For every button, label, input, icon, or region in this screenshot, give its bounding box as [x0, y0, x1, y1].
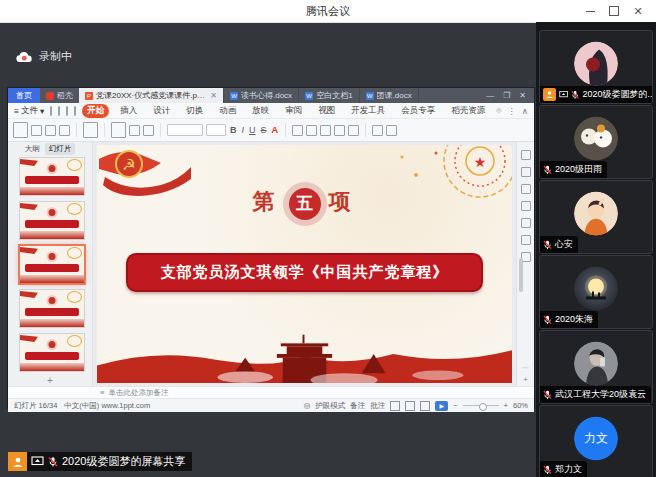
- current-slide[interactable]: ☭ ★ 第五项 支部党员汤文琪领学《中国共产党章程》: [97, 145, 512, 383]
- vertical-scrollbar[interactable]: [519, 258, 523, 292]
- slide-sorter-icon[interactable]: [405, 401, 415, 411]
- participant-name: 心安: [555, 238, 573, 251]
- slide-thumbnail[interactable]: [20, 202, 84, 239]
- menu-item-transition[interactable]: 切换: [181, 104, 208, 118]
- numbered-list-icon[interactable]: [306, 125, 317, 136]
- reading-view-icon[interactable]: [420, 401, 430, 411]
- avatar: [574, 266, 618, 310]
- minimize-button[interactable]: [578, 0, 602, 22]
- menu-item-devtools[interactable]: 开发工具: [346, 104, 390, 118]
- slide-thumbnail[interactable]: [20, 334, 84, 371]
- participant-tile[interactable]: 武汉工程大学20级袁云: [539, 330, 653, 404]
- redo-icon[interactable]: [74, 106, 76, 116]
- doc-file-icon: W: [230, 92, 238, 100]
- eye-protection-toggle[interactable]: 护眼模式: [315, 401, 345, 411]
- wps-docer-tab[interactable]: 稻壳: [40, 88, 79, 103]
- outline-tab[interactable]: 大纲: [25, 144, 40, 154]
- add-slide-button[interactable]: +: [8, 374, 92, 386]
- tab-close-icon[interactable]: ✕: [210, 91, 217, 100]
- menu-item-view[interactable]: 视图: [313, 104, 340, 118]
- menu-item-member[interactable]: 会员专享: [396, 104, 440, 118]
- comments-toggle[interactable]: 批注: [370, 401, 385, 411]
- menu-item-review[interactable]: 审阅: [280, 104, 307, 118]
- italic-button[interactable]: I: [241, 125, 246, 135]
- notes-icon: ≡: [100, 388, 104, 397]
- notes-toggle[interactable]: 备注: [350, 401, 365, 411]
- wps-side-tool-icon[interactable]: [521, 184, 531, 194]
- align-left-icon[interactable]: [320, 125, 331, 136]
- slide-thumbnail[interactable]: [20, 158, 84, 195]
- bold-button[interactable]: B: [229, 125, 238, 135]
- file-menu[interactable]: ≡ 文件 ▾: [14, 105, 44, 117]
- wps-side-tool-icon[interactable]: [521, 235, 531, 245]
- play-from-current-icon[interactable]: [83, 122, 98, 138]
- slides-tab[interactable]: 幻灯片: [45, 143, 76, 155]
- text-direction-icon[interactable]: [372, 125, 383, 136]
- line-spacing-icon[interactable]: [348, 125, 359, 136]
- strikethrough-button[interactable]: S: [260, 125, 268, 135]
- notes-bar[interactable]: ≡ 单击此处添加备注: [8, 386, 534, 398]
- collapse-ribbon-icon[interactable]: ∧: [522, 106, 528, 116]
- maximize-button[interactable]: [602, 0, 626, 22]
- slide-thumbnail-selected[interactable]: [20, 246, 84, 283]
- participant-tile[interactable]: 2020级娄圆梦的...: [539, 30, 653, 104]
- side-plus-icon[interactable]: +: [523, 375, 528, 384]
- bullet-list-icon[interactable]: [292, 125, 303, 136]
- wps-home-tab[interactable]: 首页: [8, 88, 40, 103]
- underline-button[interactable]: U: [248, 125, 257, 135]
- side-more-icon[interactable]: ⋯: [522, 364, 529, 372]
- wps-side-tool-icon[interactable]: [521, 201, 531, 211]
- wps-restore-button[interactable]: ❐: [503, 91, 510, 100]
- wps-side-tool-icon[interactable]: [521, 167, 531, 177]
- normal-view-icon[interactable]: [390, 401, 400, 411]
- paragraph-layout-icon[interactable]: [386, 125, 397, 136]
- zoom-slider[interactable]: [463, 405, 499, 406]
- wps-minimize-button[interactable]: —: [486, 91, 494, 100]
- more-options-icon[interactable]: ⋮: [507, 106, 516, 116]
- zoom-out-button[interactable]: −: [453, 401, 457, 410]
- participant-name: 武汉工程大学20级袁云: [555, 388, 646, 401]
- wps-side-tool-icon[interactable]: [521, 218, 531, 228]
- wps-document-tab[interactable]: W 读书心得.docx: [224, 88, 299, 103]
- slideshow-play-button[interactable]: ▶: [435, 401, 448, 411]
- font-color-button[interactable]: A: [271, 125, 280, 135]
- participant-tile[interactable]: 2020级田雨: [539, 105, 653, 179]
- menu-item-insert[interactable]: 插入: [115, 104, 142, 118]
- align-center-icon[interactable]: [334, 125, 345, 136]
- wps-document-tab[interactable]: W 空白文档1: [299, 88, 359, 103]
- participant-tile[interactable]: 2020朱海: [539, 255, 653, 329]
- menu-item-animation[interactable]: 动画: [214, 104, 241, 118]
- screen-share-banner[interactable]: 2020级娄圆梦的屏幕共享: [8, 452, 192, 471]
- notification-bell-icon[interactable]: ⌾: [496, 105, 501, 116]
- font-size-combo[interactable]: [206, 124, 226, 136]
- participant-name-bar: 2020级娄圆梦的...: [540, 86, 653, 103]
- menu-item-slideshow[interactable]: 放映: [247, 104, 274, 118]
- copy-icon[interactable]: [45, 125, 56, 136]
- participant-tile[interactable]: 心安: [539, 180, 653, 254]
- cut-icon[interactable]: [31, 125, 42, 136]
- section-icon[interactable]: [143, 125, 154, 136]
- zoom-slider-knob[interactable]: [479, 403, 487, 411]
- wps-side-tool-icon[interactable]: [521, 150, 531, 160]
- new-slide-icon[interactable]: [111, 122, 126, 138]
- eye-protection-icon: ◎: [304, 401, 311, 410]
- close-button[interactable]: ✕: [626, 0, 650, 22]
- paste-icon[interactable]: [13, 122, 28, 138]
- font-family-combo[interactable]: [167, 124, 203, 136]
- participant-tile[interactable]: 力文 郑力文: [539, 405, 653, 477]
- wps-document-tab[interactable]: W 团课.docx: [360, 88, 419, 103]
- layout-icon[interactable]: [129, 125, 140, 136]
- menu-item-design[interactable]: 设计: [148, 104, 175, 118]
- menu-item-docer-res[interactable]: 稻壳资源: [446, 104, 490, 118]
- wps-close-button[interactable]: ✕: [519, 91, 526, 100]
- wps-document-tab-active[interactable]: P 党课20XX·仪式感党课课件.pptx ✕: [79, 88, 224, 103]
- save-icon[interactable]: [50, 106, 52, 116]
- zoom-in-button[interactable]: +: [504, 401, 508, 410]
- undo-icon[interactable]: [66, 106, 68, 116]
- avatar: 力文: [574, 416, 618, 460]
- slide-thumbnail[interactable]: [20, 290, 84, 327]
- print-icon[interactable]: [58, 106, 60, 116]
- menu-item-home[interactable]: 开始: [82, 104, 109, 118]
- format-painter-icon[interactable]: [59, 125, 70, 136]
- recording-indicator[interactable]: 录制中: [16, 49, 72, 64]
